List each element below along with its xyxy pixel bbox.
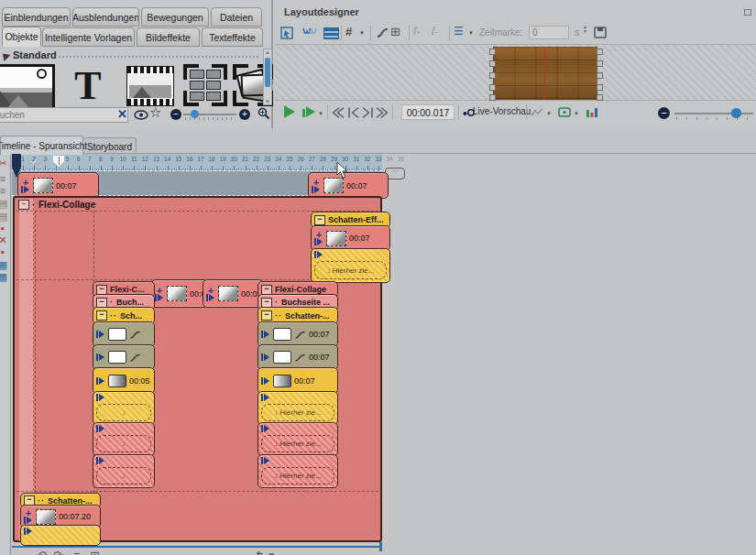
- tab-timeline-spuransicht[interactable]: Timeline - Spuransicht: [0, 136, 83, 155]
- collapse-box-icon[interactable]: −: [314, 215, 325, 225]
- objects-scrollbar[interactable]: ▲ ▼: [263, 49, 272, 105]
- object-tile-video[interactable]: [126, 66, 174, 106]
- bottom-tool-icon[interactable]: ↶: [37, 549, 47, 555]
- timeline-object-chapter-1[interactable]: + 00:07: [17, 172, 99, 199]
- tab-dateien[interactable]: Dateien: [211, 7, 262, 27]
- collapse-box-icon[interactable]: −: [96, 298, 107, 308]
- timeline-zoom-thumb[interactable]: [731, 108, 741, 118]
- resize-handle[interactable]: [489, 72, 496, 79]
- drop-track[interactable]: ↓Hierher zie...: [257, 391, 338, 425]
- eye-icon[interactable]: [134, 110, 148, 120]
- expand-plus-icon[interactable]: +: [316, 231, 322, 238]
- layers-icon[interactable]: [323, 27, 339, 39]
- effect-object[interactable]: [93, 321, 155, 347]
- drop-zone[interactable]: ↓Hierher zie...: [261, 404, 334, 421]
- collapse-box-icon[interactable]: −: [261, 310, 272, 321]
- drop-track[interactable]: ↓: [93, 422, 155, 456]
- curve-icon[interactable]: [376, 27, 389, 38]
- timeline-tool-icon[interactable]: ≡: [0, 185, 10, 196]
- drop-track[interactable]: ↓: [93, 454, 155, 488]
- effect-object[interactable]: 00:07: [257, 321, 338, 347]
- expand-plus-icon[interactable]: +: [26, 509, 31, 517]
- tab-intelligente-vorlagen[interactable]: Intelligente Vorlagen: [42, 27, 135, 47]
- object-tile-text[interactable]: T: [68, 64, 108, 106]
- timeline-object-chapter-2[interactable]: + 00:07: [308, 172, 389, 199]
- prev-frame-button[interactable]: [346, 107, 360, 118]
- flexi-collage-container[interactable]: − · Flexi-Collage − Schatten-Eff... + 00…: [13, 196, 382, 542]
- expand-plus-icon[interactable]: +: [157, 287, 162, 294]
- gradient-object[interactable]: 00:05: [93, 367, 155, 394]
- drop-zone[interactable]: ↓: [96, 404, 151, 421]
- zeitmarke-input[interactable]: [529, 26, 569, 39]
- expand-plus-icon[interactable]: +: [23, 179, 28, 186]
- expand-plus-icon[interactable]: +: [313, 179, 319, 186]
- collapse-box-icon[interactable]: −: [261, 285, 272, 295]
- gradient-object[interactable]: 00:07: [257, 367, 338, 394]
- bottom-tool-icon[interactable]: ⊞: [90, 549, 100, 555]
- collapse-box-icon[interactable]: −: [96, 310, 107, 321]
- bottom-tool-icon[interactable]: ≡: [73, 549, 81, 555]
- schatten-drop-track[interactable]: ↓Hierher zie...: [311, 248, 390, 283]
- remove-keyframe-icon[interactable]: f−: [432, 25, 439, 38]
- bottom-tool-icon[interactable]: ↰: [255, 549, 265, 555]
- motion-path-icon[interactable]: [302, 27, 317, 38]
- zoom-in-button[interactable]: +: [239, 109, 250, 120]
- tab-bildeffekte[interactable]: Bildeffekte: [137, 27, 200, 47]
- zeitmarke-spinner[interactable]: ▲▼: [583, 25, 587, 34]
- save-icon[interactable]: [594, 27, 607, 38]
- drop-zone[interactable]: ↓Hierher zie...: [314, 261, 387, 279]
- display-mode-icon[interactable]: [558, 107, 571, 117]
- curve-mode-icon[interactable]: [531, 108, 543, 117]
- bottom-tool-icon[interactable]: ▾: [268, 549, 275, 555]
- resize-handle[interactable]: [597, 84, 603, 91]
- effect-object[interactable]: [93, 344, 155, 370]
- collage-image-object-2[interactable]: + 00:05: [203, 279, 263, 308]
- drop-track[interactable]: ↓Hierher zie...: [257, 422, 338, 456]
- grid-caret-icon[interactable]: ▼: [359, 30, 365, 36]
- curve-mode-caret-icon[interactable]: ▼: [546, 111, 552, 116]
- list-caret-icon[interactable]: ▼: [468, 30, 474, 36]
- scroll-thumb[interactable]: [265, 58, 270, 87]
- timeline-zoom-out-button[interactable]: −: [658, 107, 670, 119]
- flexi-collage-header[interactable]: − · Flexi-Collage: [18, 200, 95, 210]
- collapse-triangle-icon[interactable]: [2, 51, 8, 60]
- tab-bewegungen[interactable]: Bewegungen: [141, 7, 209, 27]
- skip-start-button[interactable]: [331, 107, 345, 118]
- timeline-tool-icon[interactable]: ≡: [0, 173, 10, 184]
- resize-handle[interactable]: [489, 49, 496, 55]
- collapse-box-icon[interactable]: −: [18, 200, 29, 210]
- magnifier-icon[interactable]: [257, 107, 270, 120]
- display-mode-caret-icon[interactable]: ▼: [574, 111, 579, 116]
- star-icon[interactable]: ☆: [149, 104, 161, 121]
- grid-icon[interactable]: #: [345, 25, 352, 38]
- timeline-tool-icon[interactable]: ▦: [0, 271, 10, 282]
- bottom-tool-icon[interactable]: ↷: [53, 549, 63, 555]
- resize-handle[interactable]: [489, 84, 496, 91]
- drop-zone[interactable]: ↓Hierher zie...: [261, 467, 334, 484]
- timeline-tool-icon[interactable]: ✂: [0, 158, 10, 169]
- drop-track-bottom[interactable]: [20, 525, 101, 546]
- next-frame-button[interactable]: [361, 107, 375, 118]
- collapse-box-icon[interactable]: −: [261, 298, 272, 308]
- drop-zone[interactable]: ↓: [96, 435, 151, 452]
- resize-handle[interactable]: [489, 94, 496, 101]
- preview-image[interactable]: [493, 47, 597, 100]
- live-preview-toggle[interactable]: Live-Vorschau: [473, 106, 531, 116]
- play-button[interactable]: [284, 105, 295, 118]
- clear-search-icon[interactable]: ✕: [117, 107, 127, 121]
- statistics-icon[interactable]: [586, 107, 597, 117]
- camera-pan-icon[interactable]: ⊞: [390, 25, 400, 38]
- timeline-zoom-slider-track[interactable]: [674, 113, 753, 114]
- tab-texteffekte[interactable]: Texteffekte: [202, 27, 263, 47]
- object-tile-collage[interactable]: [183, 64, 227, 106]
- resize-handle[interactable]: [597, 72, 603, 79]
- panel-options-icon[interactable]: [744, 9, 751, 16]
- zoom-out-button[interactable]: −: [170, 109, 181, 120]
- scroll-down-icon[interactable]: ▼: [264, 99, 271, 104]
- play-options-caret-icon[interactable]: ▼: [318, 111, 323, 116]
- resize-handle[interactable]: [597, 49, 603, 55]
- drop-track[interactable]: ↓: [93, 391, 155, 425]
- collapse-box-icon[interactable]: −: [96, 285, 107, 295]
- expand-plus-icon[interactable]: +: [208, 287, 214, 294]
- tab-ausblendungen[interactable]: Ausblendungen: [72, 7, 139, 27]
